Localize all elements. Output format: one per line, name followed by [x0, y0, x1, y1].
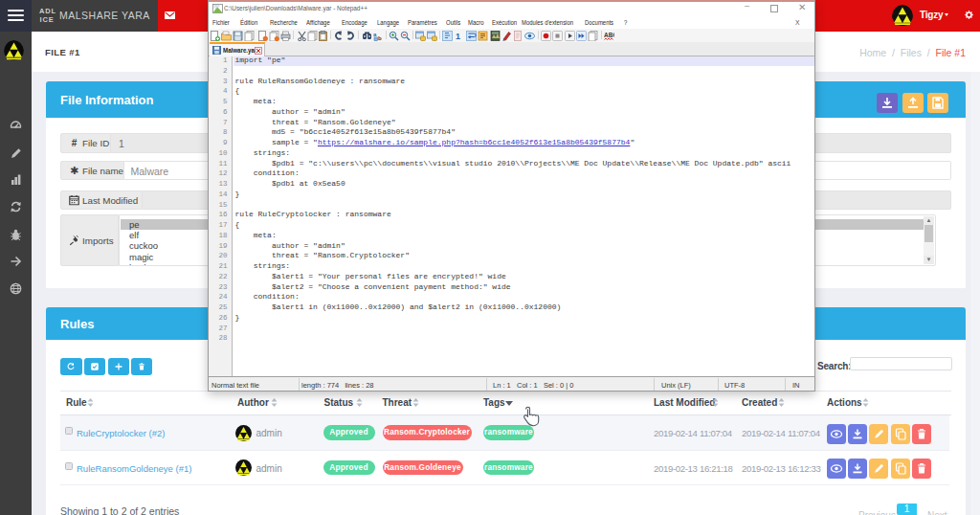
svg-text:a: a — [373, 32, 377, 37]
svg-text:1: 1 — [456, 32, 460, 41]
svg-text:b: b — [378, 35, 382, 41]
svg-text:ABC: ABC — [604, 32, 614, 38]
